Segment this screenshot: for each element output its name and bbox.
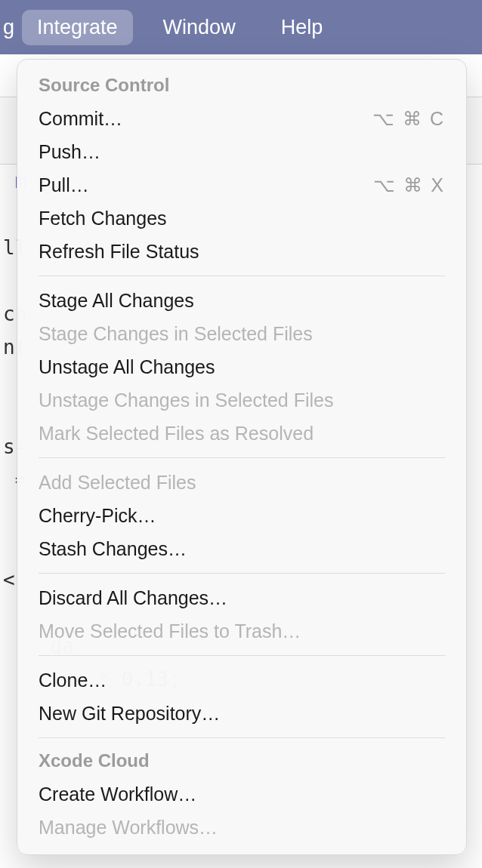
menubar-item-integrate[interactable]: Integrate [22,10,133,45]
menu-item-label: Manage Workflows… [39,815,218,839]
menu-item-label: Unstage All Changes [39,355,215,379]
menu-item-cherry-pick[interactable]: Cherry-Pick… [17,499,466,532]
menu-item-label: Move Selected Files to Trash… [39,619,301,643]
menu-section-header-xcode-cloud: Xcode Cloud [17,746,466,777]
menu-item-fetch-changes[interactable]: Fetch Changes [17,202,466,235]
menubar-prev-fragment: g [0,10,22,45]
menu-item-label: Clone… [39,668,107,692]
menu-section-header-source-control: Source Control [17,70,466,102]
menu-item-pull[interactable]: Pull… ⌥ ⌘ X [17,168,466,202]
menu-item-mark-resolved: Mark Selected Files as Resolved [17,417,466,450]
menu-item-label: New Git Repository… [39,701,220,725]
menu-item-label: Stage Changes in Selected Files [39,322,313,346]
menu-item-move-to-trash: Move Selected Files to Trash… [17,614,466,648]
menu-item-label: Unstage Changes in Selected Files [39,388,334,412]
integrate-menu-dropdown: Source Control Commit… ⌥ ⌘ C Push… Pull…… [17,59,467,855]
menubar-item-help[interactable]: Help [266,10,338,45]
menu-item-label: Create Workflow… [39,782,196,806]
menu-separator [39,655,445,656]
menubar: g Integrate Window Help [0,0,482,54]
menu-item-unstage-all-changes[interactable]: Unstage All Changes [17,350,466,383]
menu-item-label: Pull… [39,173,89,197]
menu-item-label: Cherry-Pick… [39,503,156,528]
menu-item-label: Fetch Changes [39,206,167,230]
menu-item-stage-changes-selected: Stage Changes in Selected Files [17,317,466,350]
menu-item-manage-workflows: Manage Workflows… [17,811,466,844]
menu-item-discard-all-changes[interactable]: Discard All Changes… [17,581,466,614]
menu-separator [39,275,445,276]
menu-item-label: Add Selected Files [39,470,196,494]
menu-item-new-git-repository[interactable]: New Git Repository… [17,697,466,730]
menu-item-label: Refresh File Status [39,239,199,263]
menu-item-add-selected-files: Add Selected Files [17,466,466,499]
menu-item-label: Discard All Changes… [39,586,227,610]
menu-item-stage-all-changes[interactable]: Stage All Changes [17,284,466,317]
menu-separator [39,457,445,458]
menu-item-push[interactable]: Push… [17,135,466,168]
menu-item-stash-changes[interactable]: Stash Changes… [17,532,466,565]
menu-item-shortcut: ⌥ ⌘ C [372,106,445,131]
menu-item-label: Commit… [39,106,122,131]
menu-item-unstage-changes-selected: Unstage Changes in Selected Files [17,383,466,417]
menu-item-label: Stash Changes… [39,537,187,561]
menu-separator [39,573,445,574]
menu-item-shortcut: ⌥ ⌘ X [373,173,445,197]
menu-item-label: Stage All Changes [39,288,194,312]
menu-item-clone[interactable]: Clone… [17,663,466,697]
menu-item-label: Push… [39,140,100,164]
menubar-item-window[interactable]: Window [148,10,251,45]
menu-item-refresh-file-status[interactable]: Refresh File Status [17,235,466,268]
menu-item-label: Mark Selected Files as Resolved [39,421,314,445]
menu-item-create-workflow[interactable]: Create Workflow… [17,777,466,811]
menu-item-commit[interactable]: Commit… ⌥ ⌘ C [17,102,466,135]
menu-separator [39,737,445,738]
